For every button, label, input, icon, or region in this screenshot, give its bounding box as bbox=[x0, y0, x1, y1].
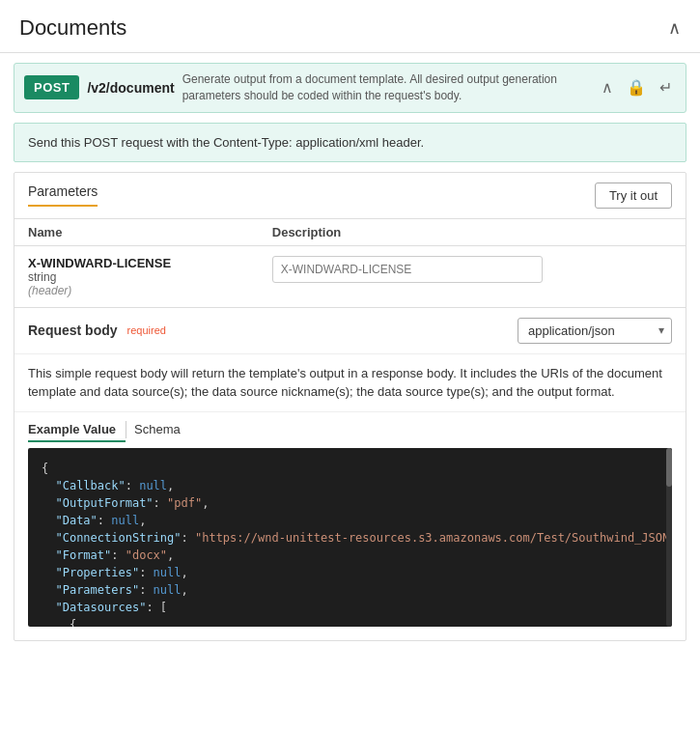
info-notice: Send this POST request with the Content-… bbox=[14, 123, 686, 162]
code-block[interactable]: { "Callback": null, "OutputFormat": "pdf… bbox=[28, 448, 672, 627]
parameters-section: Parameters Try it out Name Description X… bbox=[14, 172, 686, 641]
col-name: Name bbox=[14, 218, 259, 245]
param-location: (header) bbox=[28, 284, 245, 297]
code-wrapper: { "Callback": null, "OutputFormat": "pdf… bbox=[28, 448, 672, 627]
expand-icon[interactable]: ∧ bbox=[598, 76, 617, 98]
param-type: string bbox=[28, 270, 245, 284]
request-body-row: Request body required application/json a… bbox=[14, 307, 686, 353]
page-header: Documents ∧ bbox=[0, 0, 700, 53]
param-input-license[interactable] bbox=[272, 256, 543, 283]
endpoint-actions: ∧ 🔒 ↵ bbox=[598, 76, 676, 98]
params-table: Name Description X-WINDWARD-LICENSE stri… bbox=[14, 218, 686, 307]
scrollbar-thumb[interactable] bbox=[666, 448, 672, 487]
method-badge: POST bbox=[24, 75, 79, 99]
request-body-label: Request body bbox=[28, 323, 118, 338]
endpoint-desc: Generate output from a document template… bbox=[182, 71, 590, 104]
page-title: Documents bbox=[19, 15, 126, 41]
table-row: X-WINDWARD-LICENSE string (header) bbox=[14, 245, 686, 307]
params-section-title: Parameters bbox=[28, 183, 98, 207]
tab-example-value[interactable]: Example Value bbox=[28, 418, 126, 442]
execute-icon[interactable]: ↵ bbox=[656, 76, 676, 98]
content-type-select[interactable]: application/json application/xml bbox=[518, 318, 672, 344]
tab-divider bbox=[126, 421, 126, 438]
lock-icon[interactable]: 🔒 bbox=[623, 76, 650, 98]
col-description: Description bbox=[259, 218, 686, 245]
endpoint-path: /v2/document bbox=[87, 80, 174, 96]
endpoint-bar: POST /v2/document Generate output from a… bbox=[14, 63, 686, 113]
example-tabs: Example Value Schema bbox=[14, 411, 686, 442]
body-description: This simple request body will return the… bbox=[14, 353, 686, 411]
tab-schema[interactable]: Schema bbox=[134, 418, 190, 442]
collapse-icon[interactable]: ∧ bbox=[668, 17, 681, 39]
param-name: X-WINDWARD-LICENSE bbox=[28, 256, 245, 270]
content-type-wrapper: application/json application/xml bbox=[518, 318, 672, 344]
params-header: Parameters Try it out bbox=[14, 173, 686, 209]
required-badge: required bbox=[127, 324, 166, 336]
scrollbar-track bbox=[666, 448, 672, 627]
try-it-button[interactable]: Try it out bbox=[595, 182, 672, 209]
